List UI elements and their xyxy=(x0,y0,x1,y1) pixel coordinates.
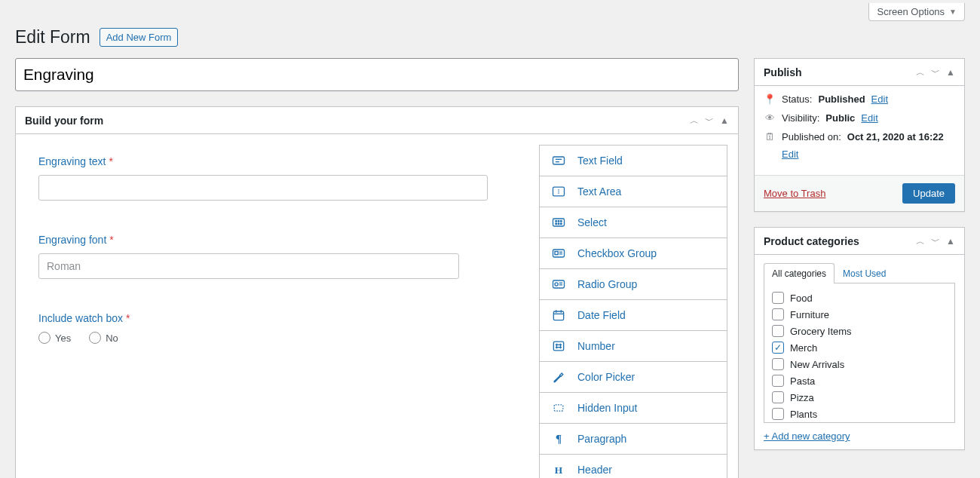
field-label: Engraving text * xyxy=(38,155,516,167)
edit-status-link[interactable]: Edit xyxy=(871,93,888,105)
palette-item-label: Date Field xyxy=(577,309,626,321)
triangle-down-icon: ▼ xyxy=(949,8,957,16)
checkbox-icon xyxy=(772,342,784,354)
engraving-font-select[interactable]: Roman xyxy=(38,253,459,279)
palette-item-paragraph[interactable]: ¶Paragraph xyxy=(540,424,727,455)
text-field-icon xyxy=(550,153,567,168)
radio-icon xyxy=(38,332,51,344)
svg-point-6 xyxy=(556,221,557,222)
required-star: * xyxy=(109,234,113,246)
category-item[interactable]: Grocery Items xyxy=(772,323,947,339)
triangle-up-icon[interactable]: ▲ xyxy=(720,116,729,125)
radio-option-yes[interactable]: Yes xyxy=(38,332,71,344)
svg-rect-13 xyxy=(555,252,558,255)
palette-item-label: Text Area xyxy=(577,185,621,198)
calendar-icon: 🗓 xyxy=(764,131,776,142)
add-new-category-link[interactable]: + Add new category xyxy=(764,431,850,442)
checkbox-icon xyxy=(772,391,784,403)
field-engraving-text[interactable]: Engraving text * xyxy=(38,155,516,201)
palette-item-number[interactable]: Number xyxy=(540,331,727,362)
build-form-panel-title: Build your form xyxy=(25,115,103,127)
screen-options-button[interactable]: Screen Options ▼ xyxy=(868,3,965,21)
text-area-icon: I xyxy=(550,184,567,199)
product-categories-panel: Product categories ︿ ﹀ ▲ All categories … xyxy=(754,227,965,450)
palette-item-label: Color Picker xyxy=(577,371,635,383)
category-item[interactable]: Pasta xyxy=(772,372,947,389)
page-title: Edit Form xyxy=(15,27,90,47)
palette-item-text-area[interactable]: IText Area xyxy=(540,176,727,207)
palette-item-label: Text Field xyxy=(577,155,623,167)
add-new-form-button[interactable]: Add New Form xyxy=(100,28,179,47)
build-form-panel: Build your form ︿ ﹀ ▲ Engraving text * xyxy=(15,106,739,478)
category-item[interactable]: Merch xyxy=(772,339,947,356)
palette-item-text-field[interactable]: Text Field xyxy=(540,146,727,176)
palette-item-radio-group[interactable]: Radio Group xyxy=(540,269,727,300)
category-list[interactable]: FoodFurnitureGrocery ItemsMerchNew Arriv… xyxy=(764,283,955,423)
category-item[interactable]: Food xyxy=(772,290,947,306)
field-engraving-font[interactable]: Engraving font * Roman xyxy=(38,234,516,279)
category-label: Food xyxy=(790,293,813,304)
move-to-trash-link[interactable]: Move to Trash xyxy=(764,188,825,199)
field-watch-box[interactable]: Include watch box * Yes No xyxy=(38,312,516,344)
header-icon: H xyxy=(550,462,567,477)
edit-date-link[interactable]: Edit xyxy=(782,149,955,160)
engraving-text-input[interactable] xyxy=(38,175,488,201)
tab-all-categories[interactable]: All categories xyxy=(764,263,835,283)
svg-point-9 xyxy=(556,223,557,225)
category-item[interactable]: Furniture xyxy=(772,306,947,323)
color-picker-icon xyxy=(550,369,567,385)
svg-point-8 xyxy=(561,221,562,222)
palette-item-label: Number xyxy=(577,340,615,352)
palette-item-select[interactable]: Select xyxy=(540,207,727,238)
screen-options-label: Screen Options xyxy=(877,6,945,17)
chevron-up-icon[interactable]: ︿ xyxy=(690,116,699,125)
palette-item-label: Checkbox Group xyxy=(577,247,657,259)
radio-group-icon xyxy=(550,277,567,292)
checkbox-group-icon xyxy=(550,246,567,261)
publish-panel-title: Publish xyxy=(764,66,802,78)
chevron-down-icon[interactable]: ﹀ xyxy=(931,237,940,246)
svg-rect-24 xyxy=(553,342,563,351)
category-item[interactable]: New Arrivals xyxy=(772,356,947,372)
svg-rect-29 xyxy=(554,405,563,411)
category-item[interactable]: Pizza xyxy=(772,389,947,406)
status-row: 📍 Status: Published Edit xyxy=(764,93,955,105)
triangle-up-icon[interactable]: ▲ xyxy=(946,68,955,77)
required-star: * xyxy=(109,155,112,167)
category-item[interactable]: Plants xyxy=(772,406,947,422)
category-item[interactable]: Seasonal Sale xyxy=(772,422,947,423)
visibility-row: 👁 Visibility: Public Edit xyxy=(764,112,955,124)
category-label: New Arrivals xyxy=(790,359,844,370)
svg-rect-20 xyxy=(553,311,563,320)
form-title-input[interactable] xyxy=(15,58,739,91)
checkbox-icon xyxy=(772,358,784,370)
chevron-down-icon[interactable]: ﹀ xyxy=(931,68,940,77)
palette-item-hidden-input[interactable]: Hidden Input xyxy=(540,393,727,424)
category-label: Merch xyxy=(790,342,817,354)
field-label: Engraving font * xyxy=(38,234,516,246)
palette-item-date-field[interactable]: Date Field xyxy=(540,300,727,331)
triangle-up-icon[interactable]: ▲ xyxy=(946,237,955,246)
chevron-up-icon[interactable]: ︿ xyxy=(916,68,925,77)
edit-visibility-link[interactable]: Edit xyxy=(861,112,877,124)
tab-most-used[interactable]: Most Used xyxy=(835,263,894,283)
svg-point-11 xyxy=(561,223,562,225)
palette-item-label: Select xyxy=(577,216,607,228)
checkbox-icon xyxy=(772,308,784,320)
field-palette: Text FieldIText AreaSelectCheckbox Group… xyxy=(539,145,727,478)
hidden-input-icon xyxy=(550,400,567,415)
palette-item-checkbox-group[interactable]: Checkbox Group xyxy=(540,238,727,269)
radio-icon xyxy=(89,332,101,344)
update-button[interactable]: Update xyxy=(902,183,955,204)
palette-item-header[interactable]: HHeader xyxy=(540,455,727,478)
select-icon xyxy=(550,215,567,230)
palette-item-color-picker[interactable]: Color Picker xyxy=(540,362,727,393)
svg-point-7 xyxy=(558,221,559,222)
radio-option-no[interactable]: No xyxy=(89,332,118,344)
palette-item-label: Radio Group xyxy=(577,278,637,290)
chevron-down-icon[interactable]: ﹀ xyxy=(705,116,714,125)
svg-text:¶: ¶ xyxy=(556,433,562,445)
svg-point-10 xyxy=(558,223,559,225)
svg-point-17 xyxy=(555,283,558,286)
chevron-up-icon[interactable]: ︿ xyxy=(916,237,925,246)
